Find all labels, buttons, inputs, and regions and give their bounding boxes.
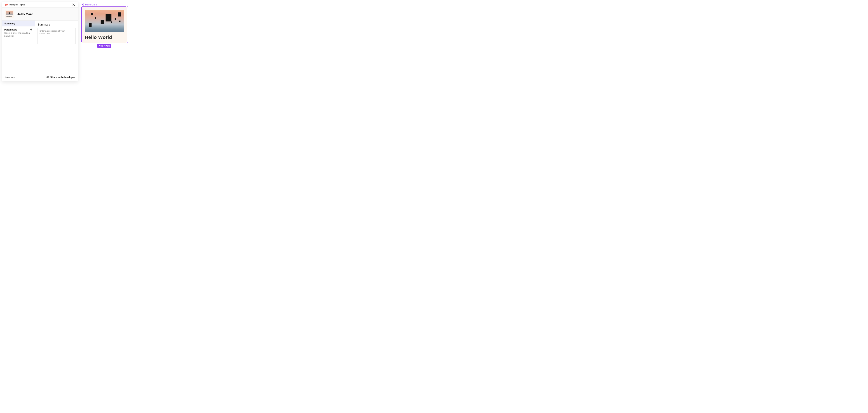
svg-point-5 (48, 76, 49, 76)
plugin-title: Relay for Figma (9, 4, 72, 6)
svg-line-8 (47, 77, 48, 77)
left-column: Summary Parameters Select a layer first … (2, 21, 35, 73)
right-column: Summary (35, 21, 78, 73)
share-icon (46, 75, 49, 79)
panel-footer: No errors Share with developer (2, 73, 78, 81)
plugin-panel: Relay for Figma Hello World Hello Card S… (2, 2, 78, 81)
resize-handle-bl[interactable] (81, 42, 82, 43)
status-text: No errors (5, 76, 15, 78)
share-label: Share with developer (50, 76, 75, 78)
panel-body: Summary Parameters Select a layer first … (2, 21, 78, 73)
svg-rect-11 (84, 4, 84, 5)
parameters-hint: Select a layer first to add a parameter (2, 32, 35, 37)
description-input[interactable] (37, 28, 76, 44)
constraint-badge: Hug × Hug (97, 44, 111, 48)
hello-card-component[interactable]: Hello World (82, 6, 127, 43)
component-thumbnail: Hello World (5, 10, 14, 18)
svg-rect-10 (82, 4, 83, 5)
parameters-label: Parameters (4, 28, 17, 31)
thumbnail-label: Hello World (6, 16, 12, 17)
canvas-area: Hello Card Hello World Hug × Hug (81, 3, 127, 43)
component-name: Hello Card (17, 12, 70, 16)
card-title-text: Hello World (85, 35, 124, 40)
card-image (85, 10, 124, 32)
tab-summary[interactable]: Summary (2, 21, 35, 26)
more-menu-icon[interactable] (72, 12, 75, 16)
svg-rect-12 (83, 5, 84, 6)
component-label-text: Hello Card (85, 3, 97, 6)
svg-rect-9 (83, 3, 84, 4)
resize-handle-tl[interactable] (81, 6, 82, 7)
component-header: Hello World Hello Card (2, 8, 78, 21)
close-icon[interactable] (72, 3, 75, 6)
svg-point-4 (46, 76, 47, 77)
add-parameter-icon[interactable] (30, 28, 33, 31)
selection-frame[interactable]: Hello World Hug × Hug (81, 6, 127, 43)
relay-logo-icon (5, 4, 8, 6)
component-icon (82, 3, 84, 6)
component-label[interactable]: Hello Card (82, 3, 127, 6)
parameters-header: Parameters (2, 26, 35, 32)
svg-point-6 (48, 77, 49, 78)
svg-line-7 (47, 76, 48, 77)
summary-title: Summary (37, 23, 76, 26)
resize-handle-br[interactable] (126, 42, 127, 43)
plugin-titlebar: Relay for Figma (2, 2, 78, 8)
resize-handle-tr[interactable] (126, 6, 127, 7)
share-with-developer-button[interactable]: Share with developer (46, 75, 75, 79)
